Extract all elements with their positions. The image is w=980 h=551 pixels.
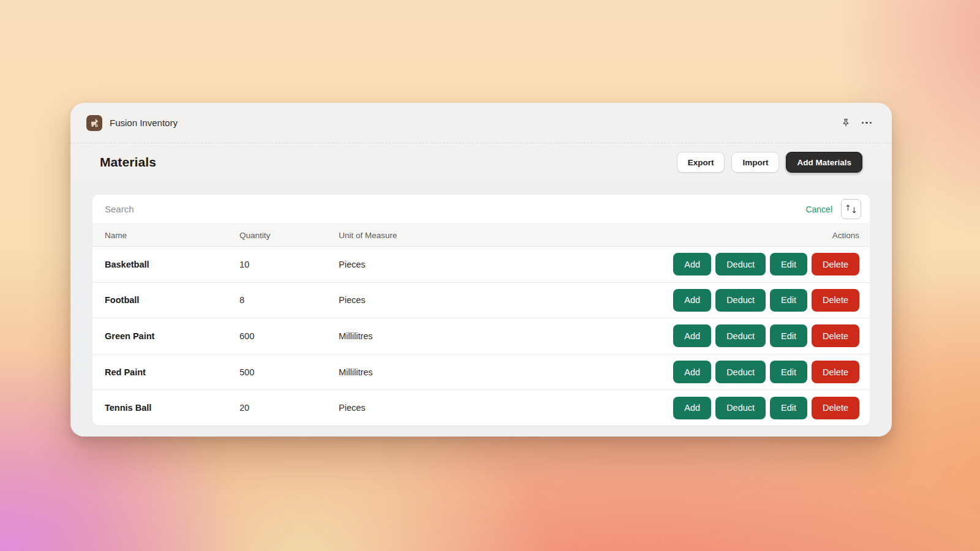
delete-button[interactable]: Delete [812, 397, 859, 419]
cell-name: Green Paint [105, 331, 239, 341]
cell-name: Red Paint [105, 367, 239, 377]
app-logo-icon [86, 115, 102, 131]
table-row: Football 8 Pieces AddDeductEditDelete [92, 283, 870, 319]
content-area: Cancel ↑↓ Name Quantity Unit of Measure … [70, 181, 892, 437]
table-body: Basketball 10 Pieces AddDeductEditDelete… [92, 247, 870, 425]
window-titlebar: Fusion Inventory [70, 103, 892, 143]
delete-button[interactable]: Delete [812, 361, 859, 383]
add-button[interactable]: Add [673, 289, 711, 312]
table-row: Red Paint 500 Millilitres AddDeductEditD… [92, 354, 870, 391]
cell-unit: Millilitres [339, 367, 673, 377]
edit-button[interactable]: Edit [770, 397, 807, 419]
cell-quantity: 8 [239, 295, 339, 305]
cell-name: Tennis Ball [105, 403, 239, 413]
cancel-button[interactable]: Cancel [805, 204, 832, 214]
edit-button[interactable]: Edit [770, 253, 807, 276]
table-row: Basketball 10 Pieces AddDeductEditDelete [92, 247, 870, 283]
cell-name: Football [105, 295, 239, 305]
table-header: Name Quantity Unit of Measure Actions [92, 224, 870, 247]
column-header-unit: Unit of Measure [339, 231, 832, 240]
search-toolbar: Cancel ↑↓ [92, 195, 870, 224]
cell-quantity: 600 [239, 331, 339, 341]
delete-button[interactable]: Delete [812, 253, 859, 276]
cell-quantity: 10 [239, 260, 339, 269]
app-title: Fusion Inventory [110, 118, 178, 128]
row-actions: AddDeductEditDelete [673, 289, 859, 312]
cell-quantity: 500 [239, 367, 339, 377]
deduct-button[interactable]: Deduct [715, 253, 766, 276]
cell-unit: Pieces [339, 260, 673, 269]
import-button[interactable]: Import [731, 152, 779, 173]
edit-button[interactable]: Edit [770, 324, 807, 347]
column-header-actions: Actions [832, 231, 859, 240]
delete-button[interactable]: Delete [812, 324, 859, 347]
more-options-icon[interactable] [858, 114, 876, 132]
cell-unit: Millilitres [339, 331, 673, 341]
cell-name: Basketball [105, 260, 239, 269]
cell-unit: Pieces [339, 295, 673, 305]
table-row: Green Paint 600 Millilitres AddDeductEdi… [92, 318, 870, 354]
pin-icon[interactable] [837, 114, 855, 132]
row-actions: AddDeductEditDelete [673, 253, 859, 276]
cell-quantity: 20 [239, 403, 339, 413]
search-input[interactable] [105, 204, 805, 214]
sort-icon[interactable]: ↑↓ [841, 199, 861, 219]
export-button[interactable]: Export [677, 152, 725, 173]
row-actions: AddDeductEditDelete [673, 361, 859, 383]
row-actions: AddDeductEditDelete [673, 324, 859, 347]
page-header: Materials Export Import Add Materials [70, 143, 892, 181]
add-button[interactable]: Add [673, 397, 711, 419]
table-row: Tennis Ball 20 Pieces AddDeductEditDelet… [92, 390, 870, 425]
row-actions: AddDeductEditDelete [673, 397, 859, 419]
column-header-name: Name [105, 231, 239, 240]
app-window: Fusion Inventory Materials Export Import… [70, 103, 892, 437]
edit-button[interactable]: Edit [770, 361, 807, 383]
materials-panel: Cancel ↑↓ Name Quantity Unit of Measure … [92, 195, 870, 425]
edit-button[interactable]: Edit [770, 289, 807, 312]
deduct-button[interactable]: Deduct [715, 324, 766, 347]
deduct-button[interactable]: Deduct [715, 361, 766, 383]
add-button[interactable]: Add [673, 361, 711, 383]
deduct-button[interactable]: Deduct [715, 397, 766, 419]
deduct-button[interactable]: Deduct [715, 289, 766, 312]
add-materials-button[interactable]: Add Materials [786, 152, 862, 173]
page-title: Materials [100, 155, 156, 170]
add-button[interactable]: Add [673, 324, 711, 347]
ellipsis-icon [862, 122, 872, 124]
column-header-quantity: Quantity [239, 231, 339, 240]
delete-button[interactable]: Delete [812, 289, 859, 312]
add-button[interactable]: Add [673, 253, 711, 276]
cell-unit: Pieces [339, 403, 673, 413]
